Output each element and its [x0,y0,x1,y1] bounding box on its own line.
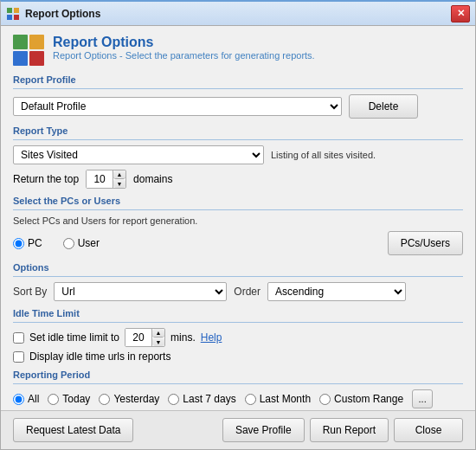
header-text: Report Options Report Options - Select t… [53,35,315,61]
idle-spinner-up[interactable]: ▲ [152,329,164,338]
pc-radio-group: PC User [13,237,381,249]
period-last-month-radio[interactable] [245,394,256,405]
spinner-up[interactable]: ▲ [113,170,125,179]
delete-button[interactable]: Delete [349,94,418,119]
idle-section: Idle Time Limit Set idle time limit to ▲… [13,308,463,363]
request-latest-button[interactable]: Request Latest Data [13,418,133,442]
idle-divider [13,322,463,323]
svg-rect-0 [7,8,12,13]
user-radio[interactable] [63,238,74,249]
idle-spinner-down[interactable]: ▼ [152,338,164,346]
window-icon [6,7,20,21]
svg-rect-3 [14,15,19,20]
period-custom: Custom Range [319,393,403,405]
svg-rect-6 [13,51,28,66]
svg-rect-1 [14,8,19,13]
period-all-radio[interactable] [13,394,24,405]
period-today: Today [48,393,90,405]
header-section: Report Options Report Options - Select t… [13,35,463,66]
custom-range-button[interactable]: ... [412,389,433,408]
pc-users-desc: Select PCs and Users for report generati… [13,215,463,226]
profile-row: Default Profile Delete [13,94,463,119]
profile-divider [13,88,463,89]
order-label: Order [234,286,261,298]
close-button[interactable]: ✕ [451,5,470,22]
window-title: Report Options [25,8,451,20]
idle-value-input[interactable] [125,329,151,346]
display-idle-row: Display idle time urls in reports [13,350,463,363]
period-yesterday-radio[interactable] [99,394,110,405]
spinner-arrows: ▲ ▼ [113,170,125,188]
report-type-select[interactable]: Sites Visited [13,145,264,164]
help-link[interactable]: Help [201,331,222,344]
period-all: All [13,393,39,405]
save-profile-button[interactable]: Save Profile [222,418,305,442]
mins-label: mins. [170,331,196,344]
svg-rect-4 [13,35,28,49]
pc-radio[interactable] [13,238,24,249]
period-yesterday: Yesterday [99,393,159,405]
profile-select[interactable]: Default Profile [13,97,342,116]
idle-spinner: ▲ ▼ [125,328,165,347]
user-label: User [78,237,100,249]
app-icon [13,35,44,66]
report-profile-label: Report Profile [13,74,463,85]
period-custom-radio[interactable] [319,394,331,405]
return-top-row: Return the top ▲ ▼ domains [13,170,463,189]
reporting-period-label: Reporting Period [13,370,463,380]
bottom-right-buttons: Save Profile Run Report Close [222,418,463,442]
report-options-window: Report Options ✕ Report Options Report O… [0,0,476,450]
return-top-spinner: ▲ ▼ [86,170,126,189]
period-7days: Last 7 days [168,393,235,405]
idle-time-label: Idle Time Limit [13,308,463,318]
display-idle-label: Display idle time urls in reports [29,350,170,363]
pc-label: PC [28,237,42,249]
period-today-radio[interactable] [48,394,59,405]
options-row: Sort By Url Time Visits Order Ascending … [13,282,463,301]
idle-spinner-arrows: ▲ ▼ [151,329,164,346]
report-type-label: Report Type [13,125,463,136]
svg-rect-5 [29,35,44,49]
domains-label: domains [133,173,172,185]
user-radio-item: User [63,237,100,249]
sort-by-label: Sort By [13,286,47,298]
run-report-button[interactable]: Run Report [310,418,389,442]
order-select[interactable]: Ascending Descending [267,282,406,301]
main-content: Report Options Report Options - Select t… [1,26,475,410]
title-bar: Report Options ✕ [1,2,475,26]
period-divider [13,383,463,384]
display-idle-checkbox[interactable] [13,351,24,363]
header-title: Report Options [53,35,315,50]
close-dialog-button[interactable]: Close [394,418,463,442]
options-label: Options [13,262,463,273]
period-7days-radio[interactable] [168,394,179,405]
idle-limit-label: Set idle time limit to [29,331,119,344]
bottom-bar: Request Latest Data Save Profile Run Rep… [1,410,475,449]
header-subtitle: Report Options - Select the parameters f… [53,50,315,61]
spinner-down[interactable]: ▼ [113,179,125,188]
sort-by-select[interactable]: Url Time Visits [54,282,227,301]
return-top-label: Return the top [13,173,79,185]
report-type-row: Sites Visited Listing of all sites visit… [13,145,463,164]
report-type-divider [13,139,463,140]
svg-rect-2 [7,15,12,20]
period-last-month: Last Month [245,393,311,405]
pc-radio-item: PC [13,237,42,249]
idle-checkbox[interactable] [13,332,24,344]
return-top-input[interactable] [87,170,113,188]
pc-users-label: Select the PCs or Users [13,196,463,206]
reporting-period-row: All Today Yesterday Last 7 days Last Mon… [13,389,463,408]
pc-users-button[interactable]: PCs/Users [388,231,463,255]
pc-users-divider [13,209,463,210]
svg-rect-7 [29,51,44,66]
report-type-desc: Listing of all sites visited. [271,150,463,160]
pc-users-row: PC User PCs/Users [13,231,463,255]
options-divider [13,276,463,277]
idle-checkbox-row: Set idle time limit to ▲ ▼ mins. Help [13,328,463,347]
